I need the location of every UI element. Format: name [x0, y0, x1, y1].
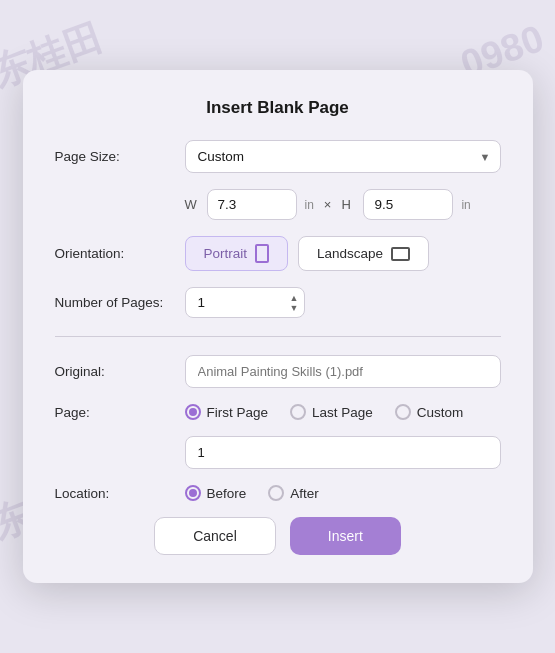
height-label: H — [341, 197, 357, 212]
custom-page-radio[interactable]: Custom — [395, 404, 464, 420]
orientation-row: Orientation: Portrait Landscape — [55, 236, 501, 271]
orientation-group: Portrait Landscape — [185, 236, 430, 271]
landscape-icon — [391, 247, 410, 261]
location-label: Location: — [55, 486, 185, 501]
first-page-label: First Page — [207, 405, 269, 420]
width-input[interactable] — [207, 189, 297, 220]
after-radio-circle — [268, 485, 284, 501]
page-size-select-wrapper: Custom A4 Letter Legal A3 B5 ▼ — [185, 140, 501, 173]
custom-page-label: Custom — [417, 405, 464, 420]
dimensions-row: W in × H in — [185, 189, 501, 220]
num-pages-input[interactable] — [185, 287, 305, 318]
portrait-icon — [255, 244, 269, 263]
section-divider — [55, 336, 501, 337]
original-label: Original: — [55, 364, 185, 379]
last-page-radio[interactable]: Last Page — [290, 404, 373, 420]
before-radio-dot — [189, 489, 197, 497]
location-radio-group: Before After — [185, 485, 319, 501]
page-number-row — [55, 436, 501, 469]
stepper-up-button[interactable]: ▲ — [290, 293, 299, 302]
insert-button[interactable]: Insert — [290, 517, 401, 555]
stepper-down-button[interactable]: ▼ — [290, 303, 299, 312]
dimension-x-separator: × — [324, 197, 332, 212]
before-radio-circle — [185, 485, 201, 501]
page-number-spacer — [55, 436, 185, 469]
after-label: After — [290, 486, 319, 501]
orientation-label: Orientation: — [55, 246, 185, 261]
height-unit: in — [461, 198, 470, 212]
last-page-radio-circle — [290, 404, 306, 420]
portrait-button[interactable]: Portrait — [185, 236, 289, 271]
dialog-title: Insert Blank Page — [55, 98, 501, 118]
first-page-radio[interactable]: First Page — [185, 404, 269, 420]
custom-page-radio-circle — [395, 404, 411, 420]
num-pages-label: Number of Pages: — [55, 295, 185, 310]
width-label: W — [185, 197, 201, 212]
height-input[interactable] — [363, 189, 453, 220]
original-input[interactable] — [185, 355, 501, 388]
page-size-select[interactable]: Custom A4 Letter Legal A3 B5 — [185, 140, 501, 173]
page-size-row: Page Size: Custom A4 Letter Legal A3 B5 … — [55, 140, 501, 173]
first-page-radio-circle — [185, 404, 201, 420]
page-radio-group: First Page Last Page Custom — [185, 404, 464, 420]
location-row: Location: Before After — [55, 485, 501, 501]
after-radio[interactable]: After — [268, 485, 319, 501]
before-radio[interactable]: Before — [185, 485, 247, 501]
stepper-wrapper: ▲ ▼ — [185, 287, 305, 318]
width-unit: in — [305, 198, 314, 212]
original-row: Original: — [55, 355, 501, 388]
before-label: Before — [207, 486, 247, 501]
portrait-label: Portrait — [204, 246, 248, 261]
page-number-input[interactable] — [185, 436, 501, 469]
stepper-arrows: ▲ ▼ — [290, 293, 299, 312]
num-pages-row: Number of Pages: ▲ ▼ — [55, 287, 501, 318]
insert-blank-page-dialog: Insert Blank Page Page Size: Custom A4 L… — [23, 70, 533, 583]
first-page-radio-dot — [189, 408, 197, 416]
last-page-label: Last Page — [312, 405, 373, 420]
page-size-label: Page Size: — [55, 149, 185, 164]
landscape-label: Landscape — [317, 246, 383, 261]
page-row: Page: First Page Last Page Custom — [55, 404, 501, 420]
page-label: Page: — [55, 405, 185, 420]
button-row: Cancel Insert — [55, 517, 501, 555]
cancel-button[interactable]: Cancel — [154, 517, 276, 555]
landscape-button[interactable]: Landscape — [298, 236, 429, 271]
